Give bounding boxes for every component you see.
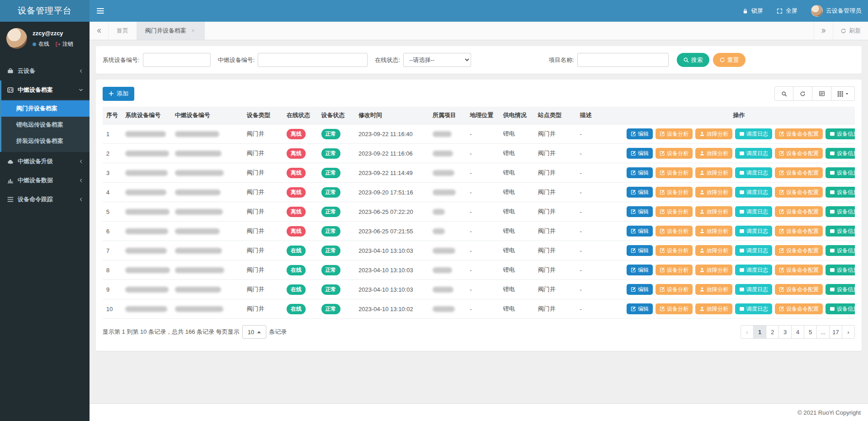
edit-button[interactable]: 编辑 <box>627 167 653 178</box>
page-button-1[interactable]: 1 <box>753 325 766 339</box>
device-info-button[interactable]: 设备信息 <box>826 303 855 314</box>
dispatch-log-button[interactable]: 调度日志 <box>735 303 772 314</box>
device-command-config-button[interactable]: 设备命令配置 <box>775 245 823 256</box>
device-command-config-button[interactable]: 设备命令配置 <box>775 128 823 139</box>
page-button-3[interactable]: 3 <box>778 325 792 339</box>
page-size-dropdown[interactable]: 10 <box>242 325 266 339</box>
sidebar-subitem-assembled-remote-archive[interactable]: 拼装远传设备档案 <box>1 133 90 149</box>
reset-button[interactable]: 重置 <box>713 53 745 67</box>
next-page-button[interactable]: › <box>842 325 855 339</box>
device-analysis-button[interactable]: 设备分析 <box>656 245 693 256</box>
device-analysis-button[interactable]: 设备分析 <box>656 148 693 159</box>
sidebar-item-cloud-devices[interactable]: 云设备 <box>1 61 90 80</box>
toggle-view-button[interactable] <box>812 86 831 101</box>
table-refresh-button[interactable] <box>793 86 812 101</box>
sidebar-item-zr-device-data[interactable]: 中燃设备数据 <box>1 171 90 190</box>
add-button[interactable]: 添加 <box>103 87 134 101</box>
fault-analysis-button[interactable]: 故障分析 <box>695 206 732 217</box>
page-button-17[interactable]: 17 <box>829 325 842 339</box>
device-analysis-button[interactable]: 设备分析 <box>656 167 693 178</box>
device-command-config-button[interactable]: 设备命令配置 <box>775 284 823 295</box>
dispatch-log-button[interactable]: 调度日志 <box>735 128 772 139</box>
search-button[interactable]: 搜索 <box>677 53 709 67</box>
edit-button[interactable]: 编辑 <box>627 265 653 275</box>
edit-button[interactable]: 编辑 <box>627 226 653 237</box>
device-info-button[interactable]: 设备信息 <box>826 245 855 256</box>
device-command-config-button[interactable]: 设备命令配置 <box>775 187 823 198</box>
online-status-select[interactable]: --请选择-- <box>403 53 471 67</box>
device-info-button[interactable]: 设备信息 <box>826 148 855 159</box>
device-analysis-button[interactable]: 设备分析 <box>656 206 693 217</box>
lock-screen-button[interactable]: 锁屏 <box>736 0 770 22</box>
device-info-button[interactable]: 设备信息 <box>826 187 855 198</box>
fault-analysis-button[interactable]: 故障分析 <box>695 128 732 139</box>
edit-button[interactable]: 编辑 <box>627 206 653 217</box>
device-info-button[interactable]: 设备信息 <box>826 284 855 295</box>
fault-analysis-button[interactable]: 故障分析 <box>695 226 732 237</box>
dispatch-log-button[interactable]: 调度日志 <box>735 226 772 237</box>
device-analysis-button[interactable]: 设备分析 <box>656 265 693 275</box>
dispatch-log-button[interactable]: 调度日志 <box>735 284 772 295</box>
device-command-config-button[interactable]: 设备命令配置 <box>775 303 823 314</box>
columns-button[interactable] <box>831 86 855 101</box>
sidebar-subitem-valve-well-archive[interactable]: 阀门井设备档案 <box>1 100 90 117</box>
project-name-input[interactable] <box>577 53 669 67</box>
fullscreen-button[interactable]: 全屏 <box>770 0 804 22</box>
edit-button[interactable]: 编辑 <box>627 245 653 256</box>
sidebar-item-device-command-trace[interactable]: 设备命令跟踪 <box>1 190 90 209</box>
dispatch-log-button[interactable]: 调度日志 <box>735 187 772 198</box>
device-command-config-button[interactable]: 设备命令配置 <box>775 148 823 159</box>
device-command-config-button[interactable]: 设备命令配置 <box>775 265 823 275</box>
device-command-config-button[interactable]: 设备命令配置 <box>775 206 823 217</box>
tab-valve-well-archive[interactable]: 阀门井设备档案× <box>137 22 205 40</box>
page-button-5[interactable]: 5 <box>804 325 817 339</box>
tabs-scroll-left-button[interactable] <box>90 22 108 40</box>
table-search-button[interactable] <box>774 86 793 101</box>
device-analysis-button[interactable]: 设备分析 <box>656 284 693 295</box>
tabs-scroll-right-button[interactable] <box>814 22 833 40</box>
tab-home[interactable]: 首页 <box>108 22 137 40</box>
device-command-config-button[interactable]: 设备命令配置 <box>775 226 823 237</box>
device-analysis-button[interactable]: 设备分析 <box>656 128 693 139</box>
device-info-button[interactable]: 设备信息 <box>826 206 855 217</box>
edit-button[interactable]: 编辑 <box>627 187 653 198</box>
page-button-...[interactable]: ... <box>816 325 830 339</box>
fault-analysis-button[interactable]: 故障分析 <box>695 187 732 198</box>
dispatch-log-button[interactable]: 调度日志 <box>735 148 772 159</box>
edit-button[interactable]: 编辑 <box>627 303 653 314</box>
dispatch-log-button[interactable]: 调度日志 <box>735 206 772 217</box>
page-button-2[interactable]: 2 <box>766 325 779 339</box>
tab-close-icon[interactable]: × <box>190 28 196 34</box>
device-info-button[interactable]: 设备信息 <box>826 226 855 237</box>
device-analysis-button[interactable]: 设备分析 <box>656 226 693 237</box>
device-command-config-button[interactable]: 设备命令配置 <box>775 167 823 178</box>
system-device-no-input[interactable] <box>143 53 211 67</box>
dispatch-log-button[interactable]: 调度日志 <box>735 245 772 256</box>
edit-button[interactable]: 编辑 <box>627 128 653 139</box>
edit-button[interactable]: 编辑 <box>627 284 653 295</box>
fault-analysis-button[interactable]: 故障分析 <box>695 148 732 159</box>
refresh-tab-button[interactable]: 刷新 <box>833 22 868 40</box>
fault-analysis-button[interactable]: 故障分析 <box>695 167 732 178</box>
page-button-4[interactable]: 4 <box>791 325 804 339</box>
device-info-button[interactable]: 设备信息 <box>826 167 855 178</box>
fault-analysis-button[interactable]: 故障分析 <box>695 284 732 295</box>
device-info-button[interactable]: 设备信息 <box>826 128 855 139</box>
sidebar-item-zr-device-archive[interactable]: 中燃设备档案 <box>1 80 90 99</box>
fault-analysis-button[interactable]: 故障分析 <box>695 245 732 256</box>
prev-page-button[interactable]: ‹ <box>741 325 754 339</box>
edit-button[interactable]: 编辑 <box>627 148 653 159</box>
device-analysis-button[interactable]: 设备分析 <box>656 187 693 198</box>
sidebar-subitem-lithium-remote-archive[interactable]: 锂电远传设备档案 <box>1 117 90 133</box>
device-analysis-button[interactable]: 设备分析 <box>656 303 693 314</box>
logout-link[interactable]: 注销 <box>55 40 73 48</box>
user-menu[interactable]: 云设备管理员 <box>804 0 868 22</box>
device-info-button[interactable]: 设备信息 <box>826 265 855 275</box>
sidebar-item-zr-device-upgrade[interactable]: 中燃设备升级 <box>1 152 90 171</box>
fault-analysis-button[interactable]: 故障分析 <box>695 303 732 314</box>
zr-device-no-input[interactable] <box>258 53 368 67</box>
fault-analysis-button[interactable]: 故障分析 <box>695 265 732 275</box>
sidebar-toggle-button[interactable] <box>90 0 111 22</box>
dispatch-log-button[interactable]: 调度日志 <box>735 265 772 275</box>
dispatch-log-button[interactable]: 调度日志 <box>735 167 772 178</box>
